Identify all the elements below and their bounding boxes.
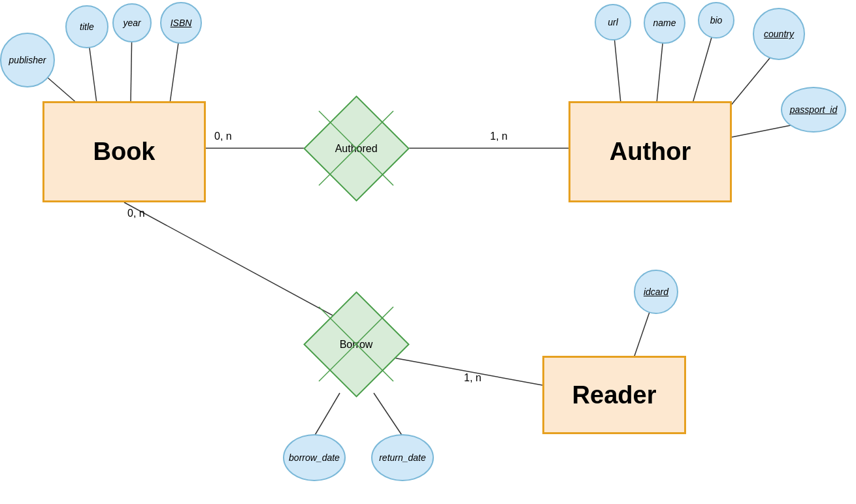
cardinality-author-authored: 1, n <box>490 131 508 142</box>
borrow-date-attr: borrow_date <box>283 434 346 481</box>
book-label: Book <box>93 138 156 166</box>
cardinality-reader-borrow: 1, n <box>464 372 482 384</box>
book-entity: Book <box>42 101 206 202</box>
svg-line-11 <box>124 202 338 319</box>
return-date-attr: return_date <box>371 434 434 481</box>
isbn-attr: ISBN <box>160 2 202 44</box>
bio-attr: bio <box>698 2 734 39</box>
cardinality-book-authored: 0, n <box>214 131 232 142</box>
idcard-attr: idcard <box>634 270 678 314</box>
borrow-label: Borrow <box>340 339 373 351</box>
author-label: Author <box>610 138 691 166</box>
reader-entity: Reader <box>542 356 686 434</box>
country-attr: country <box>753 8 805 60</box>
cardinality-book-borrow: 0, n <box>127 208 145 219</box>
author-entity: Author <box>568 101 732 202</box>
svg-line-14 <box>314 393 340 436</box>
publisher-attr: publisher <box>0 33 55 87</box>
year-attr: year <box>112 3 152 42</box>
authored-label: Authored <box>335 143 378 155</box>
url-attr: url <box>595 4 631 40</box>
svg-line-15 <box>374 393 403 436</box>
reader-label: Reader <box>572 381 657 409</box>
title-attr: title <box>65 5 108 48</box>
name-attr: name <box>644 2 685 44</box>
passport-id-attr: passport_id <box>781 87 846 133</box>
